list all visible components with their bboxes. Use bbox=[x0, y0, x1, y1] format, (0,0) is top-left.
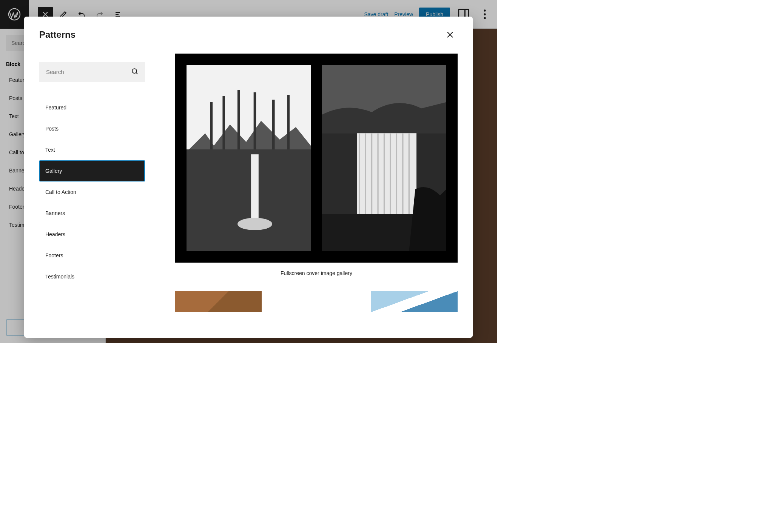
category-item-featured[interactable]: Featured bbox=[39, 97, 145, 118]
modal-body: FeaturedPostsTextGalleryCall to ActionBa… bbox=[24, 47, 473, 338]
svg-rect-8 bbox=[187, 149, 311, 251]
svg-point-10 bbox=[237, 218, 272, 230]
category-item-footers[interactable]: Footers bbox=[39, 245, 145, 266]
modal-sidebar: FeaturedPostsTextGalleryCall to ActionBa… bbox=[39, 47, 145, 329]
preview-image-left bbox=[187, 65, 311, 251]
category-list: FeaturedPostsTextGalleryCall to ActionBa… bbox=[39, 97, 145, 287]
search-icon bbox=[131, 67, 139, 77]
category-item-banners[interactable]: Banners bbox=[39, 203, 145, 224]
pattern-preview[interactable] bbox=[175, 54, 458, 263]
category-item-posts[interactable]: Posts bbox=[39, 118, 145, 139]
svg-rect-9 bbox=[251, 154, 259, 223]
pattern-thumb[interactable] bbox=[371, 291, 458, 312]
pattern-preview-area: Fullscreen cover image gallery bbox=[145, 47, 458, 329]
category-item-call-to-action[interactable]: Call to Action bbox=[39, 181, 145, 203]
pattern-search-input[interactable] bbox=[39, 62, 145, 82]
pattern-thumb[interactable] bbox=[175, 291, 262, 312]
close-modal-button[interactable] bbox=[443, 27, 458, 42]
category-item-testimonials[interactable]: Testimonials bbox=[39, 266, 145, 287]
pattern-row bbox=[175, 291, 458, 312]
category-item-gallery[interactable]: Gallery bbox=[39, 160, 145, 181]
patterns-modal: Patterns FeaturedPostsTextGalleryCall to… bbox=[24, 17, 473, 338]
svg-point-5 bbox=[132, 69, 137, 73]
modal-header: Patterns bbox=[24, 17, 473, 47]
pattern-thumb[interactable] bbox=[273, 291, 359, 312]
pattern-caption: Fullscreen cover image gallery bbox=[175, 263, 458, 291]
modal-search bbox=[39, 62, 145, 82]
modal-title: Patterns bbox=[39, 29, 76, 40]
category-item-headers[interactable]: Headers bbox=[39, 224, 145, 245]
preview-image-right bbox=[322, 65, 446, 251]
category-item-text[interactable]: Text bbox=[39, 139, 145, 160]
